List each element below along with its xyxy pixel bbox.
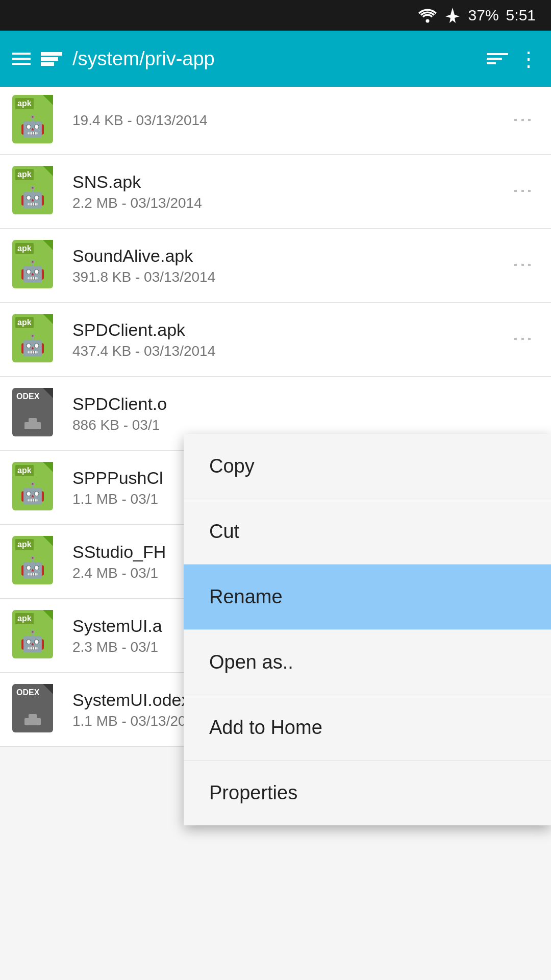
svg-rect-4 (29, 714, 37, 719)
file-name: SoundAlive.apk (72, 246, 508, 266)
list-item[interactable]: apk 🤖 SNS.apk 2.2 MB - 03/13/2014 ⋮ (0, 155, 551, 229)
svg-rect-3 (24, 718, 41, 725)
file-icon: apk 🤖 (12, 610, 58, 661)
app-bar: /system/priv-app ⋮ (0, 31, 551, 87)
sort-button[interactable] (487, 53, 508, 64)
menu-button[interactable] (12, 53, 31, 65)
more-icon[interactable]: ⋮ (508, 176, 539, 207)
more-icon[interactable]: ⋮ (508, 250, 539, 281)
file-meta: 19.4 KB - 03/13/2014 (72, 112, 508, 129)
context-menu-cut[interactable]: Cut (184, 499, 551, 565)
more-icon[interactable]: ⋮ (508, 324, 539, 355)
file-meta: 437.4 KB - 03/13/2014 (72, 343, 508, 359)
file-icon: apk 🤖 (12, 536, 58, 587)
list-item[interactable]: apk 🤖 SoundAlive.apk 391.8 KB - 03/13/20… (0, 229, 551, 303)
file-list: apk 🤖 19.4 KB - 03/13/2014 ⋮ apk 🤖 SNS.a… (0, 87, 551, 747)
context-menu-add-to-home[interactable]: Add to Home (184, 695, 551, 761)
file-icon: apk 🤖 (12, 314, 58, 365)
more-options-button[interactable]: ⋮ (518, 47, 539, 70)
context-menu: Copy Cut Rename Open as.. Add to Home Pr… (184, 434, 551, 825)
file-name: SPDClient.o (72, 394, 297, 414)
list-item[interactable]: apk 🤖 19.4 KB - 03/13/2014 ⋮ (0, 87, 551, 155)
context-menu-rename[interactable]: Rename (184, 565, 551, 630)
file-info: 19.4 KB - 03/13/2014 (72, 112, 508, 129)
file-icon: apk 🤖 (12, 95, 58, 146)
file-meta: 2.2 MB - 03/13/2014 (72, 195, 508, 211)
more-icon[interactable]: ⋮ (508, 105, 539, 136)
file-info: SNS.apk 2.2 MB - 03/13/2014 (72, 172, 508, 211)
file-icon: apk 🤖 (12, 462, 58, 513)
file-icon: apk 🤖 (12, 240, 58, 291)
file-info: SPDClient.apk 437.4 KB - 03/13/2014 (72, 320, 508, 359)
context-menu-open-as[interactable]: Open as.. (184, 630, 551, 695)
list-item[interactable]: apk 🤖 SPDClient.apk 437.4 KB - 03/13/201… (0, 303, 551, 377)
svg-rect-1 (24, 422, 41, 429)
wifi-icon (418, 8, 437, 23)
context-menu-properties[interactable]: Properties (184, 761, 551, 825)
file-meta: 391.8 KB - 03/13/2014 (72, 269, 508, 285)
time-text: 5:51 (506, 7, 536, 24)
file-icon: apk 🤖 (12, 166, 58, 217)
status-icons: 37% 5:51 (418, 7, 536, 24)
file-name: SPDClient.apk (72, 320, 508, 340)
file-icon: ODEX (12, 388, 58, 439)
status-bar: 37% 5:51 (0, 0, 551, 31)
path-title: /system/priv-app (72, 48, 477, 70)
file-icon: ODEX (12, 684, 58, 735)
battery-text: 37% (468, 7, 499, 24)
folder-icon (41, 52, 62, 66)
svg-rect-2 (29, 418, 37, 423)
airplane-icon (444, 7, 461, 24)
context-menu-copy[interactable]: Copy (184, 434, 551, 499)
file-info: SoundAlive.apk 391.8 KB - 03/13/2014 (72, 246, 508, 285)
file-info: SPDClient.o 886 KB - 03/1 (72, 394, 539, 433)
file-meta: 886 KB - 03/1 (72, 417, 539, 433)
svg-point-0 (425, 19, 429, 23)
file-name: SNS.apk (72, 172, 508, 192)
